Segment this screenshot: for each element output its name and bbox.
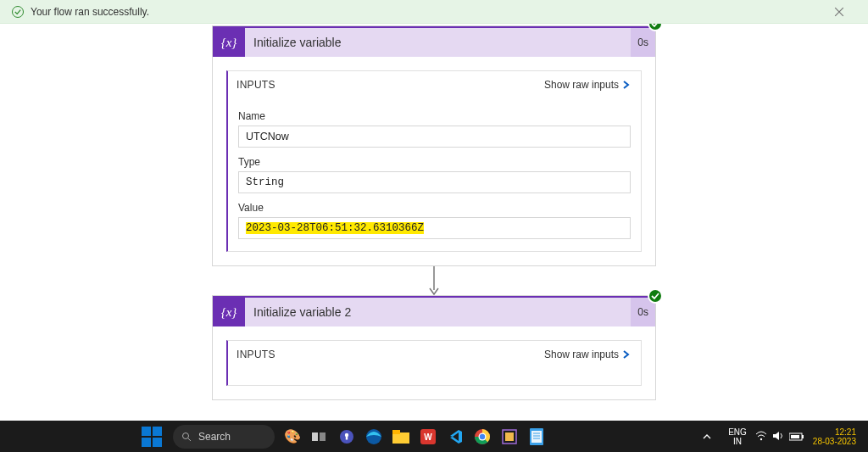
card-title: Initialize variable 2 [245, 305, 631, 319]
card-header[interactable]: {x} Initialize variable 2 0s [213, 296, 655, 326]
svg-point-17 [480, 433, 485, 438]
chevron-right-icon [622, 81, 631, 89]
card-header[interactable]: {x} Initialize variable 0s [213, 26, 655, 57]
taskbar-app-wps[interactable]: W [415, 424, 441, 449]
svg-rect-21 [531, 431, 542, 443]
success-banner: Your flow ran successfully. [0, 0, 868, 24]
show-raw-inputs-link[interactable]: Show raw inputs [544, 79, 631, 91]
action-card-initialize-variable[interactable]: {x} Initialize variable 0s INPUTS Show r… [212, 25, 656, 266]
start-button[interactable] [136, 424, 168, 449]
field-label-type: Type [238, 156, 631, 168]
duration-badge: 0s [631, 28, 655, 57]
show-raw-inputs-link[interactable]: Show raw inputs [544, 349, 631, 360]
volume-icon[interactable] [772, 429, 784, 444]
chevron-right-icon [622, 350, 631, 359]
svg-point-25 [760, 438, 762, 439]
field-label-name: Name [238, 110, 631, 122]
field-value-name: UTCNow [238, 126, 631, 148]
language-indicator[interactable]: ENG IN [728, 427, 747, 446]
flow-canvas[interactable]: {x} Initialize variable 0s INPUTS Show r… [0, 24, 868, 421]
taskbar-app-vscode[interactable] [442, 424, 468, 449]
svg-rect-19 [505, 432, 514, 441]
svg-rect-4 [320, 432, 326, 441]
svg-rect-10 [392, 430, 400, 434]
chevron-up-icon [703, 432, 711, 441]
taskbar-app-explorer[interactable] [388, 424, 414, 449]
windows-taskbar[interactable]: Search 🎨 W ENG IN 12:21 28-03-2023 [0, 421, 868, 452]
svg-point-8 [366, 429, 381, 444]
battery-icon[interactable] [789, 429, 804, 444]
svg-rect-28 [791, 435, 799, 438]
inputs-panel: INPUTS Show raw inputs Name UTCNow Type [226, 70, 642, 252]
taskbar-app-taskview[interactable] [307, 424, 332, 449]
inputs-label: INPUTS [236, 79, 275, 91]
taskbar-app-edge[interactable] [361, 424, 387, 449]
svg-rect-3 [312, 432, 318, 441]
field-value-type: String [238, 171, 631, 193]
taskbar-app-teams[interactable] [334, 424, 359, 449]
status-success-icon [648, 288, 663, 304]
card-title: Initialize variable [245, 36, 631, 49]
svg-rect-7 [346, 436, 348, 439]
field-label-value: Value [238, 202, 631, 214]
search-icon [181, 432, 192, 442]
svg-line-2 [188, 438, 191, 441]
inputs-panel: INPUTS Show raw inputs [226, 340, 642, 386]
field-value-value: 2023-03-28T06:51:32.6310366Z [238, 217, 631, 239]
wifi-icon[interactable] [755, 429, 767, 444]
taskbar-app-notepad[interactable] [524, 424, 549, 449]
variable-icon: {x} [213, 298, 245, 326]
svg-rect-27 [802, 435, 804, 438]
action-card-initialize-variable-2[interactable]: {x} Initialize variable 2 0s INPUTS Show… [212, 295, 656, 400]
taskbar-app-snip[interactable] [497, 424, 522, 449]
svg-text:W: W [424, 432, 432, 442]
flow-connector-arrow [428, 266, 440, 295]
taskbar-clock[interactable]: 12:21 28-03-2023 [813, 427, 856, 446]
inputs-label: INPUTS [236, 349, 275, 360]
taskbar-search[interactable]: Search [170, 424, 278, 449]
svg-point-1 [183, 432, 189, 438]
close-icon[interactable] [832, 5, 846, 19]
success-check-icon [12, 6, 24, 18]
success-message: Your flow ran successfully. [31, 6, 149, 18]
variable-icon: {x} [213, 28, 245, 57]
taskbar-app-paint[interactable]: 🎨 [280, 424, 305, 449]
search-placeholder: Search [198, 431, 231, 443]
taskbar-overflow[interactable] [694, 424, 720, 449]
taskbar-app-chrome[interactable] [470, 424, 495, 449]
